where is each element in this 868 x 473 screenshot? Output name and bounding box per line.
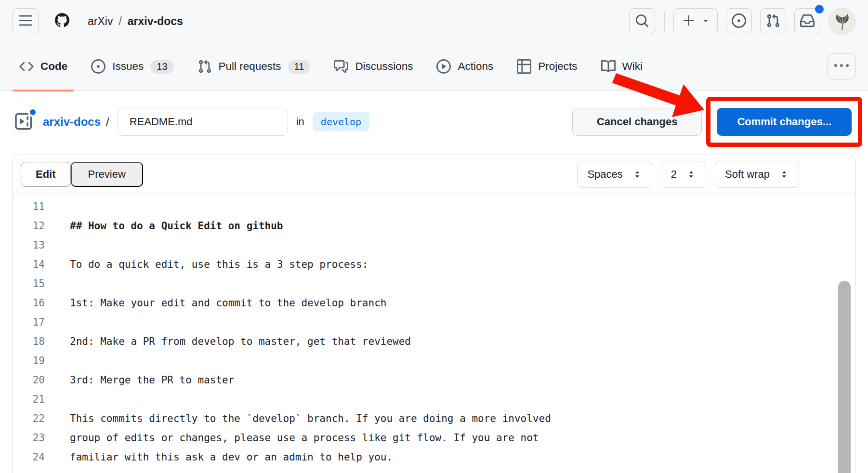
line-text: This commits directly to the `develop` b…	[45, 409, 551, 428]
repo-root-link[interactable]: arxiv-docs	[43, 115, 101, 129]
breadcrumb-repo-link[interactable]: arxiv-docs	[128, 15, 183, 28]
kebab-horizontal-icon	[834, 59, 849, 75]
line-text: 3rd: Merge the PR to master	[45, 370, 234, 390]
code-line: 14To do a quick edit, use this is a 3 st…	[13, 255, 855, 274]
tab-actions[interactable]: Actions	[430, 42, 500, 91]
github-file-editor-page: arXiv / arxiv-docs	[0, 0, 868, 473]
code-line: 182nd: Make a PR from develop to master,…	[13, 332, 855, 351]
editor-container: Edit Preview Spaces 2 Soft wrap 1112## H…	[13, 155, 855, 473]
tab-discussions[interactable]: Discussions	[327, 42, 420, 91]
unsaved-changes-dot	[28, 107, 38, 117]
filename-input[interactable]	[118, 108, 288, 136]
file-header-buttons: Cancel changes Commit changes...	[572, 97, 862, 147]
comment-discussion-icon	[334, 59, 348, 74]
path-separator: /	[106, 115, 109, 129]
line-text	[45, 313, 70, 332]
indent-mode-select[interactable]: Spaces	[577, 161, 652, 188]
line-number: 23	[13, 428, 45, 447]
line-number: 11	[13, 197, 45, 216]
active-tab-underline	[13, 90, 74, 92]
tab-overflow-menu-button[interactable]	[828, 53, 855, 79]
file-header: arxiv-docs / in develop Cancel changes C…	[0, 91, 868, 155]
code-line: 12## How to do a Quick Edit on github	[13, 216, 855, 236]
git-pull-request-icon	[197, 59, 212, 74]
line-text: group of edits or changes, please use a …	[45, 428, 539, 447]
line-number: 16	[13, 293, 45, 313]
line-text	[45, 236, 70, 255]
line-text	[45, 197, 70, 216]
indent-size-select[interactable]: 2	[661, 161, 706, 188]
your-pull-requests-button[interactable]	[760, 8, 786, 34]
breadcrumb: arXiv / arxiv-docs	[88, 15, 183, 28]
user-avatar[interactable]	[829, 8, 855, 35]
plus-icon	[682, 13, 696, 29]
create-new-button[interactable]	[673, 8, 718, 34]
tab-edit[interactable]: Edit	[21, 162, 71, 187]
tab-code[interactable]: Code	[13, 42, 74, 91]
tab-label: Discussions	[355, 60, 413, 73]
line-text: To do a quick edit, use this is a 3 step…	[45, 255, 368, 274]
commit-changes-button[interactable]: Commit changes...	[717, 108, 852, 136]
tab-preview[interactable]: Preview	[71, 162, 143, 187]
wrap-mode-select[interactable]: Soft wrap	[715, 161, 799, 188]
breadcrumb-owner-link[interactable]: arXiv	[88, 15, 113, 28]
tab-pull-requests[interactable]: Pull requests11	[191, 42, 317, 91]
code-line: 21	[13, 390, 855, 409]
github-logo[interactable]	[48, 7, 76, 35]
code-line: 17	[13, 313, 855, 332]
code-line: 11	[13, 197, 855, 216]
tab-counter-badge: 13	[150, 60, 173, 74]
tab-label: Actions	[458, 60, 493, 73]
tab-wiki[interactable]: Wiki	[594, 42, 649, 91]
line-number: 17	[13, 313, 45, 332]
tab-label: Projects	[538, 60, 577, 73]
file-tree-toggle-button[interactable]	[13, 111, 35, 132]
tab-label: Wiki	[622, 60, 643, 73]
line-number: 24	[13, 447, 45, 467]
edit-preview-switch: Edit Preview	[21, 162, 143, 187]
updown-arrows-icon	[779, 170, 789, 179]
chevron-down-icon	[702, 17, 710, 26]
breadcrumb-separator: /	[118, 15, 121, 28]
code-icon	[19, 59, 34, 74]
branch-badge: develop	[313, 112, 369, 131]
tab-counter-badge: 11	[288, 60, 311, 74]
line-text	[45, 351, 70, 370]
line-number: 20	[13, 370, 45, 390]
code-line: 161st: Make your edit and commit to the …	[13, 293, 855, 313]
github-mark-icon	[55, 13, 69, 29]
book-icon	[601, 59, 616, 74]
code-line: 15	[13, 274, 855, 293]
line-text	[45, 390, 70, 409]
line-number: 13	[13, 236, 45, 255]
table-icon	[517, 59, 531, 74]
editor-toolbar: Edit Preview Spaces 2 Soft wrap	[13, 155, 855, 194]
issue-opened-icon	[732, 13, 746, 29]
wrap-mode-value: Soft wrap	[725, 168, 770, 181]
site-header: arXiv / arxiv-docs	[0, 0, 868, 91]
hamburger-menu-button[interactable]	[13, 8, 39, 34]
header-top: arXiv / arxiv-docs	[0, 0, 868, 42]
annotation-highlight-box: Commit changes...	[706, 97, 862, 147]
header-divider	[664, 12, 665, 31]
tab-issues[interactable]: Issues13	[84, 42, 180, 91]
repo-tab-bar: CodeIssues13Pull requests11DiscussionsAc…	[0, 42, 868, 91]
code-editor-textarea[interactable]: 1112## How to do a Quick Edit on github1…	[13, 194, 855, 467]
indent-size-value: 2	[671, 168, 677, 181]
updown-arrows-icon	[632, 170, 642, 179]
tab-label: Code	[40, 60, 67, 73]
your-issues-button[interactable]	[726, 8, 752, 34]
tab-projects[interactable]: Projects	[510, 42, 584, 91]
line-text: ## How to do a Quick Edit on github	[45, 216, 283, 236]
search-button[interactable]	[629, 8, 655, 34]
line-number: 12	[13, 216, 45, 236]
git-pull-request-icon	[766, 13, 780, 29]
in-label: in	[296, 116, 304, 128]
editor-options: Spaces 2 Soft wrap	[577, 161, 847, 188]
cancel-changes-button[interactable]: Cancel changes	[572, 108, 702, 136]
issue-opened-icon	[91, 59, 105, 74]
code-line: 24familiar with this ask a dev or an adm…	[13, 447, 855, 467]
editor-scrollbar-thumb[interactable]	[838, 281, 851, 473]
line-number: 22	[13, 409, 45, 428]
line-text: 2nd: Make a PR from develop to master, g…	[45, 332, 411, 351]
